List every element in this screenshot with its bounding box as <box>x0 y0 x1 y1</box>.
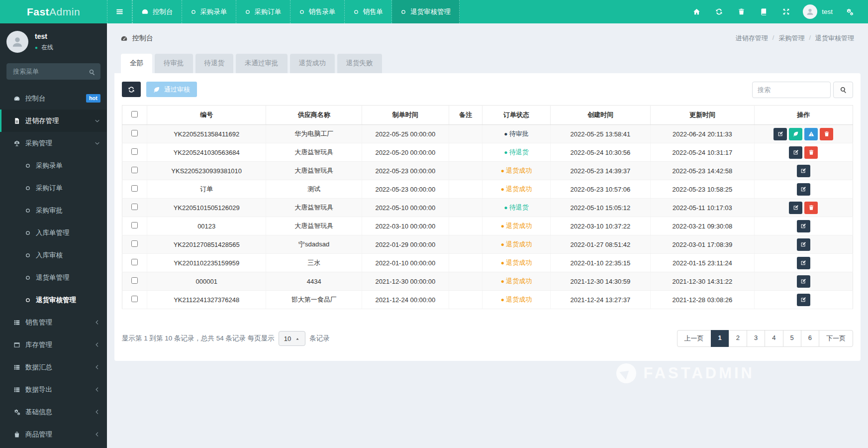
delete-button[interactable] <box>820 128 833 140</box>
sidebar-item[interactable]: 数据导出 <box>0 378 107 401</box>
page-3[interactable]: 3 <box>747 330 765 347</box>
created-time: 2022-03-10 10:37:22 <box>550 217 650 235</box>
avatar[interactable] <box>6 31 28 53</box>
column-header[interactable]: 供应商名称 <box>266 106 362 125</box>
edit-button[interactable] <box>797 294 810 306</box>
sidebar-item[interactable]: 控制台hot <box>0 87 107 110</box>
edit-button[interactable] <box>797 275 810 288</box>
page-prev[interactable]: 上一页 <box>677 330 711 347</box>
row-checkbox[interactable] <box>131 222 138 228</box>
page-size-select[interactable]: 10 <box>279 331 305 346</box>
sidebar-item[interactable]: 基础信息 <box>0 401 107 423</box>
page-6[interactable]: 6 <box>801 330 819 347</box>
approve-button[interactable] <box>789 128 802 140</box>
app-logo[interactable]: FastAdmin <box>0 0 107 23</box>
approve-selected-button[interactable]: 通过审核 <box>146 82 197 97</box>
sidebar-item[interactable]: 采购录单 <box>0 154 107 177</box>
filter-tab[interactable]: 待审批 <box>155 54 193 73</box>
breadcrumb-item[interactable]: 进销存管理 <box>736 34 768 43</box>
clear-cache-button[interactable] <box>730 0 753 23</box>
filter-tab[interactable]: 退货成功 <box>290 54 335 73</box>
sidebar-item[interactable]: 采购审批 <box>0 199 107 222</box>
sidebar-item[interactable]: 数据汇总 <box>0 356 107 378</box>
column-header[interactable]: 创建时间 <box>550 106 650 125</box>
sidebar-item[interactable]: 入库单管理 <box>0 222 107 244</box>
select-all-header[interactable] <box>122 106 147 125</box>
row-checkbox[interactable] <box>131 185 138 192</box>
column-header[interactable]: 编号 <box>147 106 266 125</box>
sidebar-item[interactable]: 采购管理 <box>0 132 107 154</box>
edit-button[interactable] <box>789 202 802 214</box>
row-checkbox[interactable] <box>131 277 138 284</box>
filter-tab[interactable]: 待退货 <box>195 54 234 73</box>
edit-button[interactable] <box>797 165 810 177</box>
sidebar-item[interactable]: 库存管理 <box>0 334 107 356</box>
top-tab-label: 采购订单 <box>255 7 282 16</box>
top-tab[interactable]: 控制台 <box>132 0 182 23</box>
page-4[interactable]: 4 <box>765 330 783 347</box>
column-header[interactable]: 操作 <box>754 106 853 125</box>
hot-badge: hot <box>86 94 100 103</box>
sidebar-item[interactable]: 退货审核管理 <box>0 289 107 311</box>
sidebar-item[interactable]: 进销存管理 <box>0 110 107 132</box>
sidebar-item[interactable]: 商品管理 <box>0 423 107 446</box>
menu-search-input[interactable] <box>6 63 100 80</box>
refresh-button[interactable] <box>708 0 730 23</box>
page-1[interactable]: 1 <box>711 330 729 347</box>
remark <box>449 235 482 254</box>
edit-button[interactable] <box>797 220 810 232</box>
filter-tab[interactable]: 退货失败 <box>337 54 382 73</box>
sidebar-item[interactable]: 退货单管理 <box>0 266 107 289</box>
column-header[interactable]: 订单状态 <box>482 106 551 125</box>
reject-button[interactable] <box>804 128 818 140</box>
fullscreen-button[interactable] <box>775 0 797 23</box>
column-header[interactable]: 备注 <box>449 106 482 125</box>
remark <box>449 272 482 291</box>
docs-button[interactable] <box>753 0 775 23</box>
logo-light: Admin <box>49 6 80 18</box>
sidebar-item[interactable]: 入库审核 <box>0 244 107 266</box>
row-checkbox[interactable] <box>131 259 138 265</box>
sidebar-toggle-button[interactable] <box>107 0 132 23</box>
refresh-button[interactable] <box>122 82 141 97</box>
status-badge: 待退货 <box>504 148 529 156</box>
row-checkbox[interactable] <box>131 148 138 155</box>
edit-button[interactable] <box>797 257 810 269</box>
table-search-button[interactable] <box>833 82 853 98</box>
delete-button[interactable] <box>804 146 818 159</box>
top-tab[interactable]: 退货审核管理 <box>392 0 460 23</box>
user-menu[interactable]: test <box>797 4 838 19</box>
select-all-checkbox[interactable] <box>131 111 138 117</box>
row-checkbox[interactable] <box>131 296 138 302</box>
edit-button[interactable] <box>789 146 802 159</box>
top-tab[interactable]: 采购订单 <box>236 0 290 23</box>
breadcrumb-item[interactable]: 退货审核管理 <box>815 34 854 43</box>
home-button[interactable] <box>685 0 708 23</box>
top-tab[interactable]: 销售录单 <box>290 0 345 23</box>
edit-button[interactable] <box>773 128 787 140</box>
column-header[interactable]: 更新时间 <box>651 106 755 125</box>
row-checkbox[interactable] <box>131 167 138 173</box>
column-header[interactable]: 制单时间 <box>362 106 449 125</box>
breadcrumb-item[interactable]: 采购管理 <box>778 34 804 43</box>
filter-tab[interactable]: 未通过审批 <box>236 54 288 73</box>
row-checkbox[interactable] <box>131 204 138 210</box>
sidebar-item[interactable]: 销售管理 <box>0 311 107 334</box>
top-tab[interactable]: 销售单 <box>345 0 392 23</box>
sidebar-item[interactable]: 采购订单 <box>0 177 107 199</box>
filter-tab[interactable]: 全部 <box>121 54 152 73</box>
page-next[interactable]: 下一页 <box>819 330 853 347</box>
row-checkbox[interactable] <box>131 240 138 247</box>
table-search-input[interactable] <box>752 82 831 98</box>
delete-button[interactable] <box>804 202 818 214</box>
settings-button[interactable] <box>838 0 861 23</box>
search-icon[interactable] <box>89 68 96 76</box>
top-tab[interactable]: 采购录单 <box>182 0 236 23</box>
remark <box>449 162 482 180</box>
edit-button[interactable] <box>797 238 810 251</box>
page-5[interactable]: 5 <box>783 330 801 347</box>
page-2[interactable]: 2 <box>729 330 747 347</box>
row-checkbox[interactable] <box>131 130 138 136</box>
edit-icon <box>800 186 806 192</box>
edit-button[interactable] <box>797 183 810 196</box>
